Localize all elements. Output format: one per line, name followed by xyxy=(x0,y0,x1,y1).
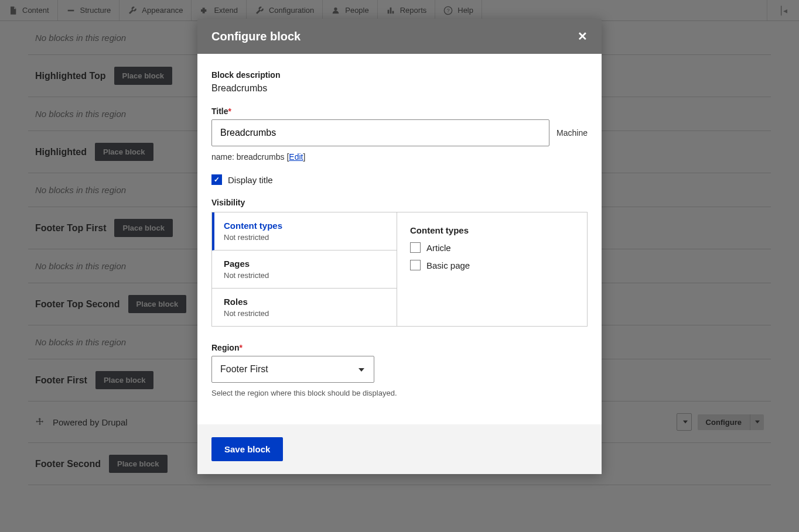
tab-title: Pages xyxy=(224,259,385,269)
visibility-panel: Content typesNot restrictedPagesNot rest… xyxy=(211,212,588,327)
content-type-label: Basic page xyxy=(426,260,470,270)
visibility-tabs: Content typesNot restrictedPagesNot rest… xyxy=(212,212,397,326)
visibility-tab[interactable]: PagesNot restricted xyxy=(212,250,397,289)
modal-header: Configure block ✕ xyxy=(197,19,602,54)
display-title-label: Display title xyxy=(228,175,273,185)
region-select-value: Footer First xyxy=(220,364,268,375)
tab-subtitle: Not restricted xyxy=(224,309,385,318)
region-select[interactable]: Footer First xyxy=(211,356,374,383)
block-description-label: Block description xyxy=(211,70,588,80)
title-input[interactable] xyxy=(211,119,549,146)
visibility-content-types-panel: Content types ArticleBasic page xyxy=(397,212,587,326)
block-description-value: Breadcrumbs xyxy=(211,83,588,94)
content-type-checkbox[interactable] xyxy=(410,242,421,253)
content-type-checkbox[interactable] xyxy=(410,260,421,270)
modal-footer: Save block xyxy=(197,424,602,474)
save-block-button[interactable]: Save block xyxy=(211,437,283,461)
tab-subtitle: Not restricted xyxy=(224,233,385,242)
tab-subtitle: Not restricted xyxy=(224,271,385,280)
region-hint: Select the region where this block shoul… xyxy=(211,389,588,397)
close-icon[interactable]: ✕ xyxy=(578,29,588,43)
machine-name-line: name: breadcrumbs [Edit] xyxy=(211,152,588,162)
configure-block-modal: Configure block ✕ Block description Brea… xyxy=(197,19,602,474)
content-type-label: Article xyxy=(426,243,451,253)
machine-name-hint: Machine xyxy=(556,128,588,138)
tab-title: Roles xyxy=(224,297,385,307)
region-label: Region* xyxy=(211,343,588,352)
display-title-checkbox[interactable]: ✓ xyxy=(211,174,222,185)
visibility-tab[interactable]: Content typesNot restricted xyxy=(212,212,397,250)
visibility-tab[interactable]: RolesNot restricted xyxy=(212,289,397,326)
modal-title: Configure block xyxy=(211,30,301,43)
machine-name-edit-link[interactable]: Edit xyxy=(289,152,303,162)
title-label: Title* xyxy=(211,107,588,116)
tab-title: Content types xyxy=(224,221,385,231)
visibility-label: Visibility xyxy=(211,198,588,207)
panel-title: Content types xyxy=(410,225,574,235)
